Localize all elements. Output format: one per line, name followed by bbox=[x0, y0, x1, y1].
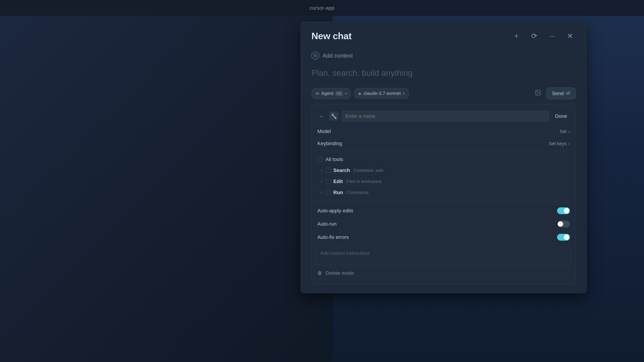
agent-kbd: ⌘I bbox=[336, 91, 343, 96]
mode-name-input[interactable] bbox=[342, 111, 549, 122]
all-tools-row: All tools bbox=[316, 154, 571, 165]
background-left bbox=[0, 0, 333, 362]
search-checkbox[interactable] bbox=[326, 168, 331, 173]
more-options-button[interactable]: ··· bbox=[546, 30, 558, 42]
add-chat-button[interactable]: + bbox=[511, 30, 522, 42]
auto-fix-errors-toggle[interactable] bbox=[557, 234, 570, 241]
search-expand-icon[interactable]: › bbox=[319, 167, 323, 173]
auto-run-row: Auto-run bbox=[316, 217, 571, 231]
tool-row-edit: › Edit Files in workspace bbox=[316, 176, 571, 187]
auto-fix-errors-label: Auto-fix errors bbox=[317, 234, 349, 240]
custom-instructions-field[interactable]: Add custom instructions bbox=[316, 247, 571, 265]
edit-expand-icon[interactable]: › bbox=[319, 178, 323, 184]
search-tool-name: Search bbox=[333, 167, 350, 173]
send-icon: ⏎ bbox=[566, 90, 570, 96]
custom-instructions-placeholder: Add custom instructions bbox=[320, 250, 370, 256]
model-selector[interactable]: ◈ claude-3.7-sonnet ▾ bbox=[354, 88, 409, 99]
dropdown-header: ← 🔧 Done bbox=[316, 108, 571, 124]
auto-run-label: Auto-run bbox=[317, 221, 336, 227]
agent-selector[interactable]: ∞ Agent ⌘I ▾ bbox=[312, 88, 351, 99]
model-label: claude-3.7-sonnet bbox=[364, 91, 401, 96]
all-tools-checkbox[interactable] bbox=[317, 157, 322, 162]
auto-apply-edits-row: Auto-apply edits bbox=[316, 204, 571, 217]
model-set-button[interactable]: Set › bbox=[560, 129, 570, 134]
run-expand-icon[interactable]: › bbox=[319, 189, 323, 196]
model-row: Model Set › bbox=[316, 125, 571, 137]
infinity-icon: ∞ bbox=[316, 91, 319, 96]
send-label: Send bbox=[552, 91, 564, 96]
all-tools-label: All tools bbox=[326, 157, 343, 162]
panel-body: Add context Plan, search, build anything… bbox=[301, 48, 586, 293]
model-chevron-icon: ▾ bbox=[403, 91, 405, 96]
auto-apply-edits-knob bbox=[564, 208, 569, 213]
keybinding-row: Keybinding Set keys › bbox=[316, 137, 571, 150]
add-context-button[interactable]: Add context bbox=[312, 48, 576, 63]
delete-mode-button[interactable]: 🗑 Delete mode bbox=[316, 266, 571, 280]
input-bar: ∞ Agent ⌘I ▾ ◈ claude-3.7-sonnet ▾ Send bbox=[312, 84, 576, 103]
auto-fix-errors-row: Auto-fix errors bbox=[316, 231, 571, 244]
trash-icon: 🗑 bbox=[317, 270, 322, 276]
panel-title: New chat bbox=[312, 30, 352, 41]
send-button[interactable]: Send ⏎ bbox=[546, 87, 576, 99]
edit-tool-name: Edit bbox=[333, 179, 343, 184]
edit-tool-desc: Files in workspace bbox=[346, 179, 382, 184]
auto-run-knob bbox=[558, 221, 563, 227]
run-checkbox[interactable] bbox=[326, 190, 331, 195]
agent-dropdown: ← 🔧 Done Model Set › Keybinding Set keys… bbox=[312, 104, 576, 284]
run-tool-name: Run bbox=[333, 190, 343, 195]
agent-label: Agent bbox=[321, 91, 334, 96]
add-context-icon bbox=[312, 52, 319, 59]
keybinding-row-label: Keybinding bbox=[317, 141, 342, 146]
edit-checkbox[interactable] bbox=[326, 179, 331, 184]
top-bar: cursor-app bbox=[0, 0, 644, 16]
auto-apply-edits-toggle[interactable] bbox=[557, 207, 570, 214]
wrench-button[interactable]: 🔧 bbox=[329, 112, 338, 121]
tool-row-search: › Search Codebase, web bbox=[316, 165, 571, 176]
header-actions: + ⟳ ··· ✕ bbox=[511, 30, 576, 42]
panel-header: New chat + ⟳ ··· ✕ bbox=[301, 22, 586, 48]
toggle-section: Auto-apply edits Auto-run Auto-fix error… bbox=[316, 203, 571, 245]
auto-fix-errors-knob bbox=[564, 235, 569, 240]
keybinding-row-chevron-icon: › bbox=[568, 141, 570, 146]
delete-mode-label: Delete mode bbox=[326, 270, 354, 276]
model-icon: ◈ bbox=[358, 91, 361, 96]
tool-row-run: › Run Commands bbox=[316, 187, 571, 198]
close-button[interactable]: ✕ bbox=[564, 30, 576, 42]
add-context-label: Add context bbox=[322, 52, 353, 59]
history-button[interactable]: ⟳ bbox=[528, 30, 540, 42]
model-row-chevron-icon: › bbox=[568, 129, 570, 134]
auto-apply-edits-label: Auto-apply edits bbox=[317, 208, 353, 214]
run-tool-desc: Commands bbox=[347, 190, 369, 195]
done-button[interactable]: Done bbox=[552, 112, 570, 120]
search-tool-desc: Codebase, web bbox=[354, 168, 384, 173]
agent-chevron-icon: ▾ bbox=[345, 91, 347, 96]
chat-placeholder: Plan, search, build anything bbox=[312, 63, 576, 84]
auto-run-toggle[interactable] bbox=[557, 221, 570, 227]
app-title: cursor-app bbox=[310, 5, 334, 11]
model-row-label: Model bbox=[317, 128, 331, 134]
chat-panel: New chat + ⟳ ··· ✕ bbox=[300, 21, 587, 293]
keybinding-set-button[interactable]: Set keys › bbox=[549, 141, 570, 146]
tools-section: All tools › Search Codebase, web › Edit … bbox=[316, 153, 571, 200]
divider-2 bbox=[316, 201, 571, 201]
back-button[interactable]: ← bbox=[317, 112, 326, 121]
image-attach-button[interactable] bbox=[533, 88, 543, 99]
svg-point-4 bbox=[536, 91, 538, 92]
